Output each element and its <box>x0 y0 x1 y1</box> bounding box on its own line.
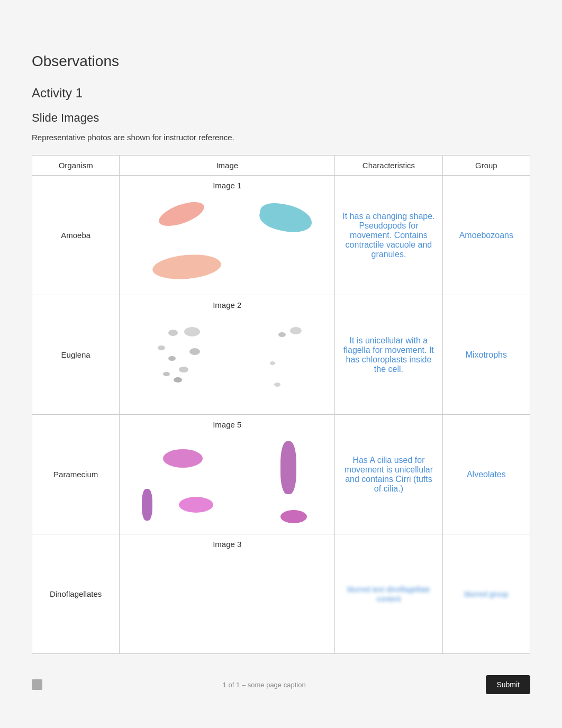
footer-bar: 1 of 1 – some page caption Submit <box>32 670 530 699</box>
organism-name-paramecium: Paramecium <box>32 415 120 534</box>
amoeba-blob-1 <box>156 197 207 231</box>
organism-name-euglena: Euglena <box>32 295 120 415</box>
characteristics-euglena: It is unicellular with a flagella for mo… <box>335 295 442 415</box>
group-euglena: Mixotrophs <box>442 295 530 415</box>
col-header-image: Image <box>120 156 335 176</box>
submit-button[interactable]: Submit <box>486 675 530 694</box>
amoeba-blob-2 <box>258 201 314 236</box>
organism-name: Amoeba <box>32 176 120 295</box>
activity-title: Activity 1 <box>32 86 530 101</box>
image-label-amoeba: Image 1 <box>126 181 328 190</box>
amoeba-blob-3 <box>152 252 222 281</box>
paramecium-shape-3 <box>179 497 213 513</box>
group-paramecium: Alveolates <box>442 415 530 534</box>
dino-image-area <box>126 553 328 648</box>
paramecium-shape-4 <box>142 489 152 521</box>
image-label-euglena: Image 2 <box>126 301 328 310</box>
col-header-characteristics: Characteristics <box>335 156 442 176</box>
footer-icon <box>32 679 42 690</box>
group-dino: blurred group <box>442 534 530 654</box>
image-cell-euglena: Image 2 <box>120 295 335 415</box>
slide-images-title: Slide Images <box>32 111 530 125</box>
paramecium-shape-1 <box>163 449 203 468</box>
characteristics-dino: blurred text dinoflagellate content <box>335 534 442 654</box>
image-cell-amoeba: Image 1 <box>120 176 335 295</box>
col-header-group: Group <box>442 156 530 176</box>
table-row: Dinoflagellates Image 3 blurred text din… <box>32 534 530 654</box>
observations-table: Organism Image Characteristics Group Amo… <box>32 155 530 654</box>
table-row: Amoeba Image 1 It has a changing shape. … <box>32 176 530 295</box>
description-text: Representative photos are shown for inst… <box>32 133 530 142</box>
image-cell-paramecium: Image 5 <box>120 415 335 534</box>
table-row: Euglena Image 2 <box>32 295 530 415</box>
paramecium-shape-5 <box>280 510 307 523</box>
footer-caption: 1 of 1 – some page caption <box>223 681 306 689</box>
paramecium-image-area <box>126 433 328 529</box>
col-header-organism: Organism <box>32 156 120 176</box>
image-label-dino: Image 3 <box>126 540 328 549</box>
page-title: Observations <box>32 53 530 70</box>
organism-name-dino: Dinoflagellates <box>32 534 120 654</box>
characteristics-paramecium: Has A cilia used for movement is unicell… <box>335 415 442 534</box>
dino-characteristics-blurred: blurred text dinoflagellate content <box>347 585 430 603</box>
paramecium-shape-2 <box>280 441 296 494</box>
amoeba-image-area <box>126 194 328 289</box>
group-amoeba: Amoebozoans <box>442 176 530 295</box>
table-row: Paramecium Image 5 Has A cilia used for … <box>32 415 530 534</box>
image-label-paramecium: Image 5 <box>126 420 328 429</box>
dino-group-blurred: blurred group <box>464 590 508 598</box>
characteristics-amoeba: It has a changing shape. Pseudopods for … <box>335 176 442 295</box>
euglena-image-area <box>126 314 328 409</box>
image-cell-dino: Image 3 <box>120 534 335 654</box>
